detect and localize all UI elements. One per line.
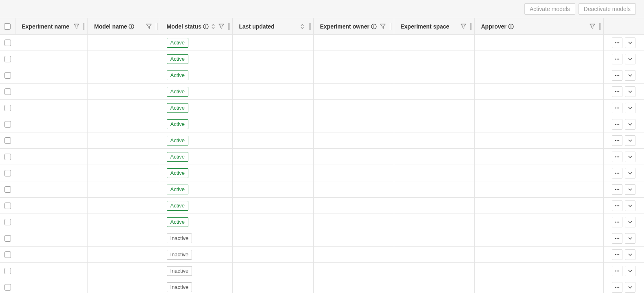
row-expand-button[interactable]: [625, 152, 635, 162]
row-expand-button[interactable]: [625, 249, 635, 260]
info-icon[interactable]: [129, 24, 134, 29]
table-row: Active: [0, 149, 644, 165]
header-select-all: [0, 18, 15, 35]
header-model-name[interactable]: Model name: [94, 23, 135, 30]
filter-icon[interactable]: [589, 24, 595, 29]
sort-icon[interactable]: [299, 24, 305, 29]
row-expand-button[interactable]: [625, 86, 635, 97]
table-row: Active: [0, 198, 644, 214]
deactivate-models-button[interactable]: Deactivate models: [579, 3, 636, 15]
status-badge: Inactive: [167, 250, 192, 260]
table-row: Active: [0, 67, 644, 84]
filter-icon[interactable]: [380, 24, 386, 29]
row-expand-button[interactable]: [625, 184, 635, 195]
row-expand-button[interactable]: [625, 37, 635, 48]
row-checkbox[interactable]: [4, 105, 11, 111]
row-expand-button[interactable]: [625, 168, 635, 178]
filter-icon[interactable]: [218, 24, 224, 29]
row-checkbox[interactable]: [4, 235, 11, 242]
row-expand-button[interactable]: [625, 282, 635, 293]
row-checkbox[interactable]: [4, 40, 11, 46]
row-more-button[interactable]: [612, 217, 622, 227]
table-row: Active: [0, 84, 644, 100]
row-checkbox[interactable]: [4, 56, 11, 62]
info-icon[interactable]: [371, 24, 377, 29]
header-last-updated[interactable]: Last updated: [239, 23, 275, 30]
table-row: Inactive: [0, 263, 644, 279]
sort-icon[interactable]: [210, 24, 216, 29]
column-resize-handle[interactable]: [228, 23, 230, 30]
row-checkbox[interactable]: [4, 72, 11, 79]
row-more-button[interactable]: [612, 282, 622, 293]
column-resize-handle[interactable]: [309, 23, 311, 30]
table-row: Inactive: [0, 279, 644, 293]
filter-icon[interactable]: [146, 24, 152, 29]
row-expand-button[interactable]: [625, 233, 635, 244]
table-row: Active: [0, 51, 644, 67]
row-checkbox[interactable]: [4, 88, 11, 95]
row-more-button[interactable]: [612, 86, 622, 97]
status-badge: Active: [167, 54, 188, 64]
row-expand-button[interactable]: [625, 217, 635, 227]
row-more-button[interactable]: [612, 200, 622, 211]
row-expand-button[interactable]: [625, 54, 635, 64]
row-checkbox[interactable]: [4, 186, 11, 193]
filter-icon[interactable]: [461, 24, 466, 29]
info-icon[interactable]: [203, 24, 209, 29]
column-resize-handle[interactable]: [599, 23, 601, 30]
toolbar: Activate models Deactivate models: [0, 0, 644, 18]
status-badge: Active: [167, 217, 188, 227]
row-more-button[interactable]: [612, 103, 622, 113]
header-experiment-owner[interactable]: Experiment owner: [320, 23, 377, 30]
status-badge: Inactive: [167, 282, 192, 292]
table-row: Active: [0, 35, 644, 51]
row-checkbox[interactable]: [4, 121, 11, 128]
row-more-button[interactable]: [612, 119, 622, 130]
row-checkbox[interactable]: [4, 203, 11, 209]
header-approver[interactable]: Approver: [481, 23, 514, 30]
row-checkbox[interactable]: [4, 170, 11, 176]
header-model-status[interactable]: Model status: [167, 23, 209, 30]
row-expand-button[interactable]: [625, 119, 635, 130]
status-badge: Active: [167, 136, 188, 145]
row-expand-button[interactable]: [625, 103, 635, 113]
status-badge: Active: [167, 152, 188, 162]
row-more-button[interactable]: [612, 54, 622, 64]
row-checkbox[interactable]: [4, 284, 11, 291]
select-all-checkbox[interactable]: [4, 23, 11, 30]
info-icon[interactable]: [508, 24, 514, 29]
row-expand-button[interactable]: [625, 266, 635, 276]
column-resize-handle[interactable]: [156, 23, 157, 30]
filter-icon[interactable]: [74, 24, 79, 29]
activate-models-button[interactable]: Activate models: [524, 3, 575, 15]
row-expand-button[interactable]: [625, 135, 635, 146]
row-more-button[interactable]: [612, 266, 622, 276]
row-more-button[interactable]: [612, 135, 622, 146]
row-checkbox[interactable]: [4, 251, 11, 258]
table-row: Active: [0, 181, 644, 198]
row-more-button[interactable]: [612, 249, 622, 260]
row-checkbox[interactable]: [4, 219, 11, 225]
row-more-button[interactable]: [612, 70, 622, 81]
row-checkbox[interactable]: [4, 154, 11, 160]
status-badge: Inactive: [167, 234, 192, 243]
column-resize-handle[interactable]: [470, 23, 472, 30]
row-checkbox[interactable]: [4, 268, 11, 274]
header-experiment-name[interactable]: Experiment name: [22, 23, 70, 30]
status-badge: Active: [167, 201, 188, 211]
table-row: Active: [0, 116, 644, 132]
row-more-button[interactable]: [612, 152, 622, 162]
row-more-button[interactable]: [612, 184, 622, 195]
table-row: Active: [0, 165, 644, 181]
status-badge: Active: [167, 87, 188, 97]
row-expand-button[interactable]: [625, 70, 635, 81]
table-row: Inactive: [0, 230, 644, 247]
row-more-button[interactable]: [612, 233, 622, 244]
row-more-button[interactable]: [612, 168, 622, 178]
column-resize-handle[interactable]: [83, 23, 85, 30]
row-checkbox[interactable]: [4, 137, 11, 144]
column-resize-handle[interactable]: [390, 23, 391, 30]
row-expand-button[interactable]: [625, 200, 635, 211]
row-more-button[interactable]: [612, 37, 622, 48]
header-experiment-space[interactable]: Experiment space: [401, 23, 450, 30]
